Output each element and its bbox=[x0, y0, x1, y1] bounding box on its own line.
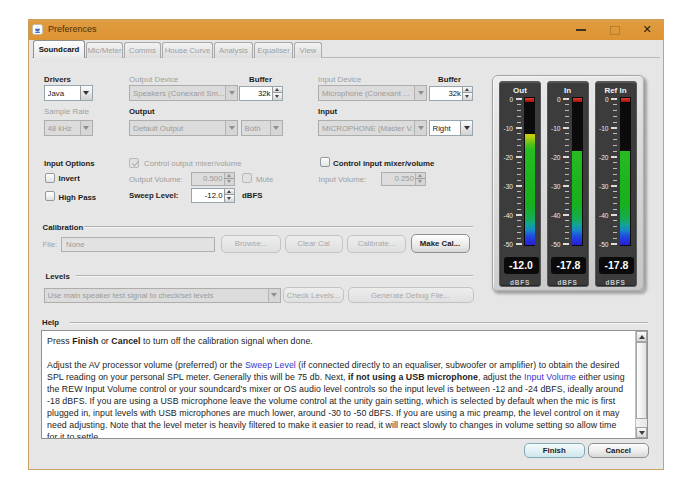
output-device-combo[interactable]: Speakers (Conexant Sm... bbox=[129, 85, 238, 101]
calibration-separator bbox=[84, 226, 473, 228]
maximize-button[interactable] bbox=[603, 19, 625, 40]
meter-bar bbox=[620, 97, 631, 247]
help-paragraph-gap bbox=[47, 347, 629, 359]
clip-indicator bbox=[573, 98, 582, 102]
input-volume-spinner[interactable]: 0.250 bbox=[381, 172, 426, 186]
close-icon: ✕ bbox=[636, 22, 658, 37]
meter-tick-minor bbox=[613, 180, 617, 181]
make-cal-button[interactable]: Make Cal... bbox=[411, 234, 470, 254]
sample-rate-combo[interactable]: 48 kHz bbox=[44, 120, 93, 136]
meter-tick-minor bbox=[613, 151, 617, 152]
levels-signal-combo[interactable]: Use main speaker test signal to check/se… bbox=[44, 288, 281, 304]
meter-tick-minor bbox=[517, 226, 521, 227]
combo-value: 48 kHz bbox=[48, 121, 79, 135]
input-combo[interactable]: MICROPHONE (Master V... bbox=[318, 120, 427, 136]
input-channel-combo[interactable]: Right bbox=[429, 120, 474, 136]
browse-button[interactable]: Browse... bbox=[221, 235, 281, 253]
meter-tick-minor bbox=[565, 220, 569, 221]
scrollbar-thumb[interactable] bbox=[636, 342, 647, 419]
cal-file-value: None bbox=[66, 238, 85, 251]
help-term-link: Input Volume bbox=[524, 372, 576, 382]
invert-label: Invert bbox=[59, 174, 80, 183]
tab-mic-meter[interactable]: Mic/Meter bbox=[86, 42, 123, 58]
meter-scale-label: -50 bbox=[596, 241, 609, 248]
level-meters-panel: Out 0-10-20-30-40-50 -12.0 dBFS In 0-10-… bbox=[492, 75, 645, 292]
drivers-combo[interactable]: Java bbox=[44, 85, 93, 101]
meter-tick-minor bbox=[565, 209, 569, 210]
help-text-bold: Cancel bbox=[111, 336, 140, 346]
output-volume-label: Output Volume: bbox=[129, 175, 183, 184]
meter-bar bbox=[572, 97, 583, 247]
tab-soundcard[interactable]: Soundcard bbox=[33, 40, 85, 58]
meter-bar-cover bbox=[524, 97, 535, 134]
meter-tick-major bbox=[516, 185, 522, 187]
combo-value: MICROPHONE (Master V... bbox=[322, 121, 413, 135]
input-device-combo[interactable]: Microphone (Conexant ... bbox=[318, 85, 427, 101]
combo-value: Speakers (Conexant Sm... bbox=[133, 86, 224, 100]
help-text-segment: either using the REW Input Volume contro… bbox=[47, 372, 625, 439]
spinner-down-icon[interactable] bbox=[272, 93, 282, 100]
clip-indicator bbox=[621, 98, 630, 102]
output-volume-spinner[interactable]: 0.500 bbox=[191, 172, 235, 186]
meter-tick-minor bbox=[565, 139, 569, 140]
meter-tick-minor bbox=[613, 174, 617, 175]
generate-debug-button[interactable]: Generate Debug File... bbox=[348, 287, 474, 303]
meter-scale-label: -20 bbox=[596, 154, 609, 161]
check-levels-button[interactable]: Check Levels... bbox=[283, 287, 344, 303]
meter-tick-minor bbox=[517, 162, 521, 163]
tab-comms[interactable]: Comms bbox=[124, 42, 161, 58]
meter-ref-in: Ref In 0-10-20-30-40-50 -17.8 dBFS bbox=[595, 81, 637, 287]
meter-tick-minor bbox=[613, 203, 617, 204]
output-combo[interactable]: Default Output bbox=[129, 120, 238, 136]
preferences-window: Preferences ✕ Soundcard Mic/Meter Comms … bbox=[28, 19, 664, 470]
tab-house-curve[interactable]: House Curve bbox=[162, 42, 213, 58]
meter-bar-cover bbox=[572, 97, 583, 151]
meter-tick-minor bbox=[517, 116, 521, 117]
spinner-down-icon[interactable] bbox=[462, 93, 472, 100]
spinner-value: 32k bbox=[242, 87, 271, 100]
cancel-button[interactable]: Cancel bbox=[588, 443, 650, 459]
spinner-down-icon[interactable] bbox=[224, 195, 234, 201]
scroll-down-icon[interactable] bbox=[636, 427, 647, 438]
meter-tick-major bbox=[516, 243, 522, 245]
cal-file-field[interactable]: None bbox=[61, 237, 215, 252]
chevron-down-icon bbox=[270, 121, 282, 135]
help-textarea[interactable]: Press Finish or Cancel to turn off the c… bbox=[41, 330, 648, 439]
meter-scale-label: 0 bbox=[596, 96, 609, 103]
title-bar[interactable]: Preferences ✕ bbox=[28, 19, 664, 40]
meter-tick-major bbox=[611, 214, 617, 216]
output-channel-combo[interactable]: Both bbox=[241, 120, 283, 136]
calibrate-button[interactable]: Calibrate... bbox=[347, 235, 406, 253]
scroll-up-icon[interactable] bbox=[636, 331, 647, 342]
tab-view[interactable]: View bbox=[294, 42, 322, 58]
meter-tick-minor bbox=[565, 133, 569, 134]
meter-scale-label: -50 bbox=[548, 241, 561, 248]
meter-tick-minor bbox=[613, 238, 617, 239]
tab-analysis[interactable]: Analysis bbox=[214, 42, 253, 58]
clear-cal-button[interactable]: Clear Cal bbox=[285, 235, 343, 253]
meter-tick-minor bbox=[517, 168, 521, 169]
input-volume-label: Input Volume: bbox=[319, 175, 367, 184]
buffer-in-spinner[interactable]: 32k bbox=[429, 86, 474, 101]
mute-checkbox[interactable] bbox=[242, 173, 252, 183]
control-input-checkbox[interactable] bbox=[320, 157, 330, 167]
close-button[interactable]: ✕ bbox=[636, 19, 658, 40]
sweep-level-spinner[interactable]: -12.0 bbox=[191, 188, 235, 203]
chevron-down-icon[interactable] bbox=[460, 121, 472, 135]
invert-checkbox[interactable] bbox=[45, 173, 55, 183]
meter-tick-major bbox=[611, 185, 617, 187]
buffer-out-spinner[interactable]: 32k bbox=[239, 86, 283, 101]
help-paragraph: Adjust the AV processor volume (preferre… bbox=[47, 359, 629, 439]
chevron-down-icon bbox=[80, 121, 92, 135]
finish-button[interactable]: Finish bbox=[524, 443, 586, 459]
meter-tick-minor bbox=[613, 139, 617, 140]
meter-tick-major bbox=[563, 243, 569, 245]
high-pass-checkbox[interactable] bbox=[45, 191, 55, 201]
control-output-checkbox[interactable] bbox=[129, 158, 139, 168]
meter-tick-minor bbox=[517, 197, 521, 198]
minimize-button[interactable] bbox=[570, 19, 592, 40]
help-scrollbar[interactable] bbox=[635, 331, 647, 438]
chevron-down-icon[interactable] bbox=[80, 86, 92, 100]
tab-equaliser[interactable]: Equaliser bbox=[254, 42, 293, 58]
chevron-down-icon bbox=[225, 86, 237, 100]
